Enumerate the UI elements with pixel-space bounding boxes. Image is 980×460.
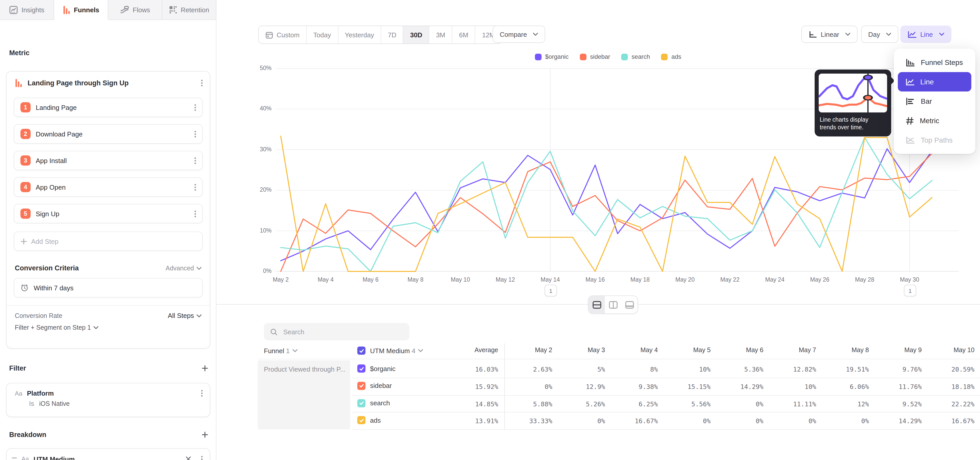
- breakdown-card[interactable]: Aa UTM Medium: [6, 448, 210, 460]
- report-tabs: InsightsFunnelsFlowsRetention: [0, 0, 216, 20]
- funnel-kebab-icon[interactable]: [201, 82, 203, 84]
- tab-flows[interactable]: Flows: [108, 0, 162, 20]
- metric-hash-icon: [905, 116, 914, 125]
- drag-handle-icon[interactable]: [12, 457, 17, 460]
- advanced-dropdown[interactable]: Advanced: [165, 265, 202, 272]
- chevron-down-icon: [845, 33, 850, 36]
- date-range-control: CustomTodayYesterday7D30D3M6M12M: [258, 26, 502, 44]
- step-kebab-icon[interactable]: [194, 107, 196, 108]
- conversion-window[interactable]: Within 7 days: [14, 278, 203, 297]
- column-header-may-10[interactable]: May 10: [918, 347, 974, 354]
- filter-segment-dropdown[interactable]: Filter + Segment on Step 1: [15, 324, 99, 331]
- all-steps-dropdown[interactable]: All Steps: [168, 312, 202, 319]
- menu-item-bar[interactable]: Bar: [898, 91, 971, 111]
- range-3m[interactable]: 3M: [430, 26, 452, 43]
- range-6m[interactable]: 6M: [452, 26, 476, 43]
- funnel-step-3[interactable]: 3App Install: [14, 151, 203, 170]
- column-header-may-5[interactable]: May 5: [654, 347, 711, 354]
- range-today[interactable]: Today: [307, 26, 338, 43]
- column-header-may-4[interactable]: May 4: [602, 347, 658, 354]
- series-row-search[interactable]: search: [357, 399, 390, 407]
- remove-breakdown-icon[interactable]: [185, 456, 191, 460]
- breakdown-checkbox[interactable]: [357, 347, 366, 355]
- add-breakdown-button[interactable]: [202, 431, 208, 438]
- tab-label: Insights: [21, 6, 45, 14]
- menu-item-label: Metric: [920, 117, 939, 125]
- add-filter-button[interactable]: [202, 365, 208, 372]
- range-30d[interactable]: 30D: [404, 26, 430, 43]
- funnel-step-1[interactable]: 1Landing Page: [14, 97, 203, 117]
- range-7d[interactable]: 7D: [381, 26, 404, 43]
- tab-retention[interactable]: Retention: [162, 0, 216, 20]
- step-kebab-icon[interactable]: [194, 186, 196, 188]
- series-checkbox[interactable]: [357, 399, 366, 407]
- conversion-criteria-heading: Conversion Criteria: [15, 264, 79, 272]
- search-input[interactable]: [282, 327, 403, 336]
- filter-kebab-icon[interactable]: [201, 393, 203, 394]
- search-icon: [270, 328, 278, 335]
- tab-insights[interactable]: Insights: [0, 0, 54, 20]
- funnel-header[interactable]: Landing Page through Sign Up: [6, 72, 210, 93]
- retention-icon: [169, 6, 177, 14]
- layout-split-horizontal-icon[interactable]: [589, 296, 605, 313]
- annotation-badge[interactable]: 1: [545, 285, 557, 296]
- range-yesterday[interactable]: Yesterday: [338, 26, 381, 43]
- menu-item-metric[interactable]: Metric: [898, 111, 971, 130]
- series-checkbox[interactable]: [357, 416, 366, 425]
- menu-item-line[interactable]: Line: [898, 72, 971, 91]
- funnel-step-2[interactable]: 2Download Page: [14, 124, 203, 144]
- column-header-average[interactable]: Average: [442, 347, 498, 354]
- menu-item-label: Funnel Steps: [921, 58, 963, 66]
- filter-value[interactable]: iOS Native: [39, 400, 70, 407]
- granularity-dropdown[interactable]: Day: [861, 26, 898, 43]
- cell-value: 16.03%: [442, 366, 498, 373]
- y-tick: 0%: [236, 268, 272, 274]
- add-step-button[interactable]: Add Step: [14, 232, 203, 251]
- clock-icon: [21, 284, 29, 292]
- cell-value: 0%: [760, 417, 816, 425]
- funnel-step-4[interactable]: 4App Open: [14, 177, 203, 197]
- table-search[interactable]: [264, 323, 409, 340]
- cell-value: 14.85%: [442, 400, 498, 407]
- menu-item-funnel-steps[interactable]: Funnel Steps: [898, 53, 971, 72]
- compare-button[interactable]: Compare: [493, 26, 546, 43]
- insights-icon: [9, 5, 18, 14]
- column-header-may-6[interactable]: May 6: [707, 347, 763, 354]
- series-checkbox[interactable]: [357, 364, 366, 372]
- breakdown-column-header[interactable]: UTM Medium 4: [357, 343, 423, 358]
- funnel-column-header[interactable]: Funnel 1: [264, 343, 298, 358]
- step-kebab-icon[interactable]: [194, 160, 196, 161]
- column-header-may-7[interactable]: May 7: [760, 347, 816, 354]
- chart-type-dropdown[interactable]: Line: [900, 26, 951, 43]
- layout-table-only-icon[interactable]: [621, 296, 638, 313]
- cell-value: 12%: [813, 400, 869, 407]
- plus-icon: [21, 238, 27, 244]
- tab-funnels[interactable]: Funnels: [54, 0, 108, 20]
- step-kebab-icon[interactable]: [194, 213, 196, 214]
- cell-value: 16.67%: [918, 417, 974, 425]
- bar-chart-icon: [905, 97, 915, 105]
- filter-card[interactable]: Aa Platform Is iOS Native: [6, 383, 210, 417]
- series-row-ads[interactable]: ads: [357, 416, 381, 425]
- funnel-name-cell[interactable]: Product Viewed through P...: [258, 360, 350, 429]
- chevron-down-icon: [886, 33, 891, 36]
- column-header-may-3[interactable]: May 3: [549, 347, 605, 354]
- funnel-step-5[interactable]: 5Sign Up: [14, 204, 203, 224]
- cell-value: 19.51%: [813, 366, 869, 373]
- step-number-badge: 2: [21, 129, 30, 139]
- column-header-may-9[interactable]: May 9: [865, 347, 922, 354]
- breakdown-kebab-icon[interactable]: [201, 458, 203, 460]
- series-row-sidebar[interactable]: sidebar: [357, 382, 392, 390]
- series-checkbox[interactable]: [357, 382, 366, 390]
- x-tick: May 24: [753, 276, 796, 283]
- step-kebab-icon[interactable]: [194, 133, 196, 135]
- filter-operator[interactable]: Is: [29, 400, 34, 407]
- series-row-organic[interactable]: $organic: [357, 364, 396, 372]
- range-custom[interactable]: Custom: [259, 26, 307, 43]
- annotation-badge[interactable]: 1: [904, 285, 916, 296]
- column-header-may-8[interactable]: May 8: [813, 347, 869, 354]
- layout-split-vertical-icon[interactable]: [605, 296, 621, 313]
- cell-value: 18.18%: [918, 383, 974, 390]
- conversion-rate-row: Conversion Rate All Steps: [6, 312, 210, 319]
- scale-dropdown[interactable]: Linear: [801, 26, 858, 43]
